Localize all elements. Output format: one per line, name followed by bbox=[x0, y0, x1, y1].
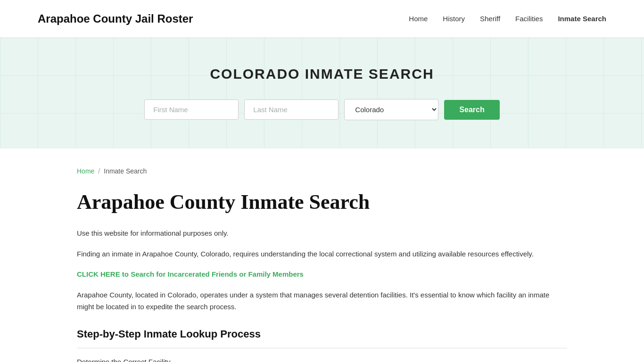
main-nav: Home History Sheriff Facilities Inmate S… bbox=[409, 15, 606, 23]
site-header: Arapahoe County Jail Roster Home History… bbox=[0, 0, 644, 38]
para-3: Arapahoe County, located in Colorado, op… bbox=[77, 289, 567, 313]
main-content: Home / Inmate Search Arapahoe County Inm… bbox=[39, 148, 605, 362]
search-button[interactable]: Search bbox=[444, 100, 499, 120]
breadcrumb: Home / Inmate Search bbox=[77, 167, 567, 175]
hero-banner: COLORADO INMATE SEARCH AlabamaAlaskaAriz… bbox=[0, 38, 644, 148]
content-body: Use this website for informational purpo… bbox=[77, 227, 567, 362]
hero-heading: COLORADO INMATE SEARCH bbox=[38, 66, 606, 82]
section-1-title: Step-by-Step Inmate Lookup Process bbox=[77, 328, 567, 340]
search-form: AlabamaAlaskaArizonaArkansasCaliforniaCo… bbox=[38, 99, 606, 120]
last-name-input[interactable] bbox=[244, 99, 339, 120]
nav-item-sheriff[interactable]: Sheriff bbox=[480, 15, 500, 23]
site-logo[interactable]: Arapahoe County Jail Roster bbox=[38, 12, 193, 25]
para-2: Finding an inmate in Arapahoe County, Co… bbox=[77, 248, 567, 260]
first-name-input[interactable] bbox=[144, 99, 239, 120]
nav-item-inmate-search[interactable]: Inmate Search bbox=[558, 15, 606, 23]
section-divider bbox=[77, 348, 567, 348]
section-1-subtitle: Determine the Correct Facility bbox=[77, 356, 567, 362]
breadcrumb-home[interactable]: Home bbox=[77, 167, 94, 175]
nav-item-facilities[interactable]: Facilities bbox=[515, 15, 543, 23]
page-title: Arapahoe County Inmate Search bbox=[77, 190, 567, 214]
breadcrumb-separator: / bbox=[98, 167, 100, 175]
nav-item-history[interactable]: History bbox=[443, 15, 465, 23]
cta-link[interactable]: CLICK HERE to Search for Incarcerated Fr… bbox=[77, 270, 304, 278]
para-1: Use this website for informational purpo… bbox=[77, 227, 567, 239]
nav-item-home[interactable]: Home bbox=[409, 15, 428, 23]
state-select[interactable]: AlabamaAlaskaArizonaArkansasCaliforniaCo… bbox=[344, 99, 438, 120]
breadcrumb-current: Inmate Search bbox=[104, 167, 147, 175]
